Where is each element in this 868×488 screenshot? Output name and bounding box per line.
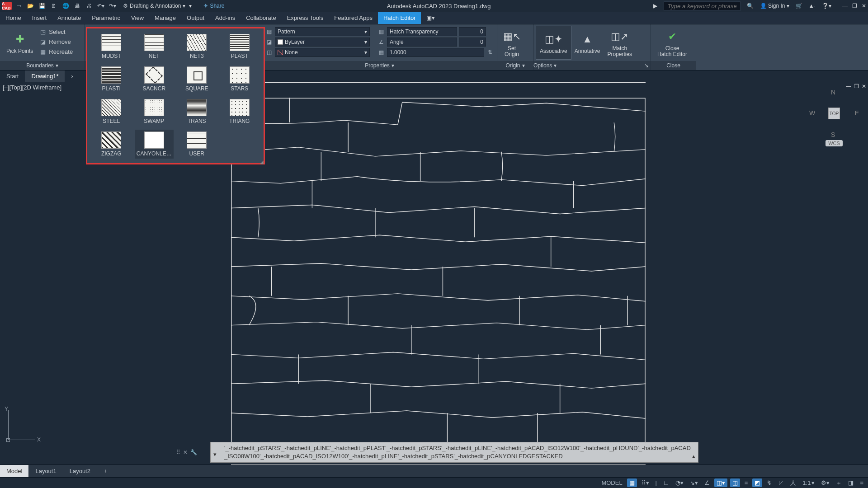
cmd-grip-icon[interactable]: ⠿: [176, 449, 180, 455]
restore-icon[interactable]: ❐: [852, 3, 857, 9]
pattern-plasti[interactable]: PLASTI: [92, 65, 131, 94]
cart-icon[interactable]: 🛒: [796, 3, 802, 9]
pattern-square[interactable]: SQUARE: [177, 65, 217, 94]
group-boundaries-label[interactable]: Boundaries ▾: [0, 61, 85, 70]
tab-insert[interactable]: Insert: [27, 12, 52, 24]
pattern-stars[interactable]: STARS: [220, 65, 259, 94]
wcs-badge[interactable]: WCS: [826, 140, 843, 146]
doc-tab-more-icon[interactable]: ›: [65, 70, 79, 82]
signin-button[interactable]: 👤 Sign In ▾: [760, 3, 789, 9]
status-customize-icon[interactable]: ≡: [858, 479, 865, 487]
pattern-net3[interactable]: NET3: [177, 32, 217, 61]
search-icon[interactable]: 🔍: [747, 3, 754, 9]
doc-tab-start[interactable]: Start: [0, 70, 25, 82]
status-polar-icon[interactable]: ◔▾: [674, 479, 685, 487]
close-hatch-editor-button[interactable]: ✔ CloseHatch Editor: [654, 26, 691, 59]
status-selection-icon[interactable]: ◩: [752, 479, 762, 487]
close-icon[interactable]: ✕: [862, 3, 866, 9]
pattern-trans[interactable]: TRANS: [177, 97, 217, 126]
tab-addins[interactable]: Add-ins: [210, 12, 241, 24]
tab-parametric[interactable]: Parametric: [86, 12, 126, 24]
status-add-icon[interactable]: ＋: [834, 478, 844, 488]
status-anno2-icon[interactable]: 人: [788, 478, 798, 488]
viewcube-e[interactable]: E: [855, 109, 859, 117]
doc-tab-drawing1[interactable]: Drawing1*: [25, 70, 65, 82]
ribbon-minimize-icon[interactable]: ▣▾: [421, 12, 440, 24]
status-settings-icon[interactable]: ⚙▾: [819, 479, 831, 487]
pattern-plast[interactable]: PLAST: [220, 32, 259, 61]
pattern-zigzag[interactable]: ZIGZAG: [92, 130, 131, 159]
qat-more-icon[interactable]: ▾: [189, 3, 192, 9]
status-model[interactable]: MODEL: [599, 479, 624, 487]
tab-annotate[interactable]: Annotate: [52, 12, 86, 24]
transparency-input[interactable]: [459, 27, 486, 36]
pattern-sacncr[interactable]: SACNCR: [135, 65, 174, 94]
workspace-dropdown[interactable]: ⚙ Drafting & Annotation ▾ ▾: [120, 2, 194, 10]
match-properties-button[interactable]: ◫➚ MatchProperties: [604, 26, 636, 59]
group-properties-label[interactable]: Properties ▾: [262, 61, 497, 70]
help-icon[interactable]: ❔▾: [822, 3, 831, 9]
tab-manage[interactable]: Manage: [149, 12, 181, 24]
status-scale[interactable]: 1:1▾: [801, 479, 816, 487]
status-isodraft-icon[interactable]: ↘▾: [688, 479, 700, 487]
status-grid-icon[interactable]: ▦: [627, 479, 637, 487]
tab-home[interactable]: Home: [0, 12, 27, 24]
tab-express-tools[interactable]: Express Tools: [282, 12, 329, 24]
pattern-steel[interactable]: STEEL: [92, 97, 131, 126]
status-anno1-icon[interactable]: ⩗: [776, 479, 786, 487]
cmd-expand-icon[interactable]: ▾: [213, 450, 217, 459]
viewcube-s[interactable]: S: [831, 131, 835, 138]
remove-boundary-button[interactable]: ◪Remove: [37, 37, 75, 46]
tab-collaborate[interactable]: Collaborate: [241, 12, 282, 24]
annotative-button[interactable]: ▲ Annotative: [571, 26, 604, 59]
undo-icon[interactable]: ↶▾: [97, 2, 105, 10]
status-transparency-icon[interactable]: ≡: [743, 479, 750, 487]
hatch-color-dropdown[interactable]: ByLayer▾: [275, 38, 370, 47]
layout-tab-layout2[interactable]: Layout2: [63, 465, 97, 477]
web-icon[interactable]: 🌐: [61, 2, 70, 10]
status-otrack-icon[interactable]: ∠: [703, 479, 712, 487]
hatch-bg-dropdown[interactable]: None▾: [275, 48, 370, 57]
group-options-label[interactable]: Options ▾ ↘: [533, 61, 651, 70]
select-boundary-button[interactable]: ◳Select: [37, 27, 75, 36]
pattern-swamp[interactable]: SWAMP: [135, 97, 174, 126]
viewcube-w[interactable]: W: [809, 109, 815, 117]
associative-button[interactable]: ◫✦ Associative: [536, 26, 571, 59]
tab-hatch-editor[interactable]: Hatch Editor: [378, 12, 421, 24]
pattern-user[interactable]: USER: [177, 130, 217, 159]
viewport-label[interactable]: [–][Top][2D Wireframe]: [3, 84, 61, 91]
tab-output[interactable]: Output: [181, 12, 210, 24]
app-icon[interactable]: A CAD: [2, 2, 12, 10]
new-icon[interactable]: ▭: [14, 2, 23, 10]
search-input[interactable]: [664, 1, 741, 11]
search-collapse-icon[interactable]: ▶: [653, 3, 657, 9]
cmd-scroll-icon[interactable]: ▴: [692, 452, 695, 460]
vp-close-icon[interactable]: ✕: [862, 83, 866, 89]
angle-input[interactable]: [459, 38, 486, 47]
recreate-boundary-button[interactable]: ▦Recreate: [37, 47, 75, 56]
app-store-icon[interactable]: ▲·: [809, 3, 816, 9]
set-origin-button[interactable]: ▦↖ SetOrigin: [500, 26, 524, 59]
pattern-mudst[interactable]: MUDST: [92, 32, 131, 61]
command-window[interactable]: ▾ '_-hatchedit_pSTARS'_-hatchedit_pLINE'…: [210, 442, 698, 463]
pick-points-button[interactable]: ✚ Pick Points: [3, 26, 37, 59]
hatch-type-dropdown[interactable]: Pattern▾: [275, 27, 370, 36]
layout-tab-layout1[interactable]: Layout1: [29, 465, 63, 477]
viewcube-n[interactable]: N: [831, 89, 835, 96]
redo-icon[interactable]: ↷▾: [108, 2, 117, 10]
transparency-dropdown[interactable]: Hatch Transparency: [387, 27, 457, 36]
open-icon[interactable]: 📂: [26, 2, 34, 10]
scale-input[interactable]: [387, 48, 484, 57]
pattern-triang[interactable]: TRIANG: [220, 97, 259, 126]
tab-featured-apps[interactable]: Featured Apps: [329, 12, 378, 24]
viewcube-top-face[interactable]: TOP: [828, 108, 840, 119]
save-icon[interactable]: 💾: [38, 2, 46, 10]
minimize-icon[interactable]: —: [842, 3, 848, 9]
group-origin-label[interactable]: Origin ▾: [497, 61, 533, 70]
pattern-canyonle[interactable]: CANYONLE…: [135, 130, 174, 159]
tab-view[interactable]: View: [126, 12, 149, 24]
share-button[interactable]: ✈ Share: [203, 3, 224, 9]
print-icon[interactable]: 🖨: [85, 2, 93, 10]
plot-icon[interactable]: 🖷: [73, 2, 81, 10]
saveas-icon[interactable]: 🗎: [50, 2, 58, 10]
